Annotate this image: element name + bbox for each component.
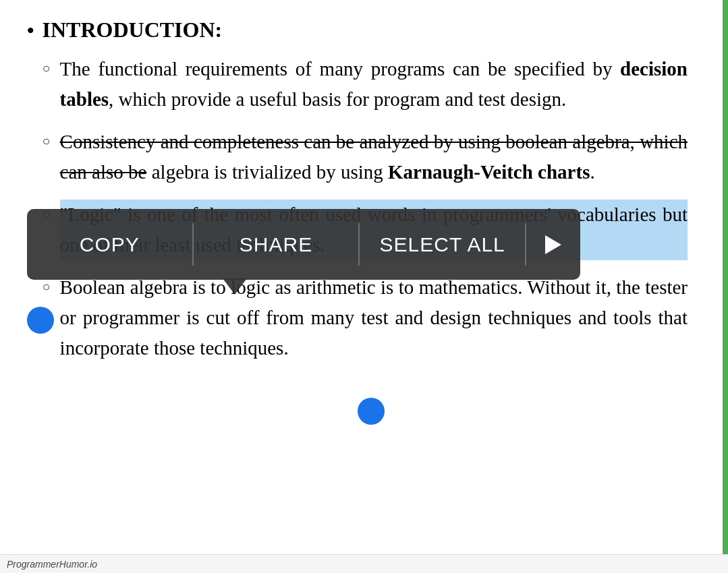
footer-bar: ProgrammerHumor.io: [0, 554, 728, 573]
footer-text: ProgrammerHumor.io: [7, 559, 97, 570]
item2-text: Consistency and completeness can be anal…: [60, 127, 688, 187]
main-bullet-list: • INTRODUCTION: ○ The functional require…: [27, 13, 688, 375]
list-item: ○ The functional requirements of many pr…: [43, 54, 688, 115]
bold-text: decision tables: [60, 58, 688, 110]
introduction-content: INTRODUCTION: ○ The functional requireme…: [43, 13, 688, 375]
green-border-decoration: [723, 0, 728, 573]
item4-text: Boolean algebra is to logic as arithmeti…: [60, 272, 688, 363]
page-container: • INTRODUCTION: ○ The functional require…: [0, 0, 728, 573]
visible-text: algebra is trivialized by using: [152, 161, 388, 183]
content-area: • INTRODUCTION: ○ The functional require…: [0, 0, 728, 395]
play-icon: [545, 235, 561, 254]
toolbar-arrow: [223, 278, 247, 295]
bold-karnaugh: Karnaugh-Veitch charts: [388, 161, 590, 183]
list-item: ○ Boolean algebra is to logic as arithme…: [43, 272, 688, 363]
selection-handle-right[interactable]: [358, 398, 385, 425]
share-button[interactable]: SHARE: [194, 209, 359, 280]
item1-text: The functional requirements of many prog…: [60, 54, 688, 115]
sub-bullet-1: ○: [43, 58, 51, 78]
list-item: ○ Consistency and completeness can be an…: [43, 127, 688, 187]
sub-bullet-2: ○: [43, 131, 51, 151]
select-all-button[interactable]: SELECT ALL: [360, 209, 525, 280]
introduction-section: • INTRODUCTION: ○ The functional require…: [27, 13, 688, 375]
copy-button[interactable]: COPY: [27, 209, 192, 280]
selection-handle-left[interactable]: [27, 307, 54, 334]
section-title: INTRODUCTION:: [43, 13, 688, 46]
play-button[interactable]: [526, 209, 580, 280]
context-toolbar: COPY SHARE SELECT ALL: [27, 209, 580, 280]
